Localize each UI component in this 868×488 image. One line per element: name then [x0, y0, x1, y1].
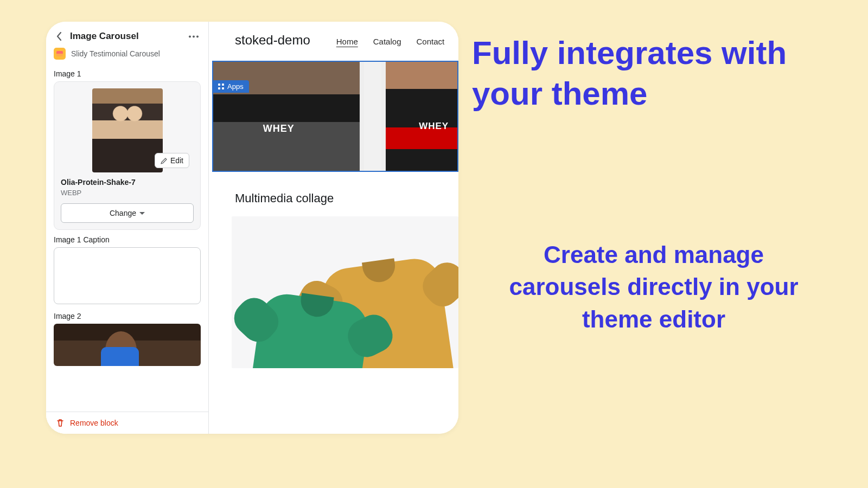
remove-block-button[interactable]: Remove block — [46, 412, 208, 434]
image1-thumbnail[interactable] — [92, 88, 163, 172]
image1-caption-input[interactable] — [54, 247, 201, 304]
carousel-slide[interactable] — [364, 62, 381, 171]
image1-thumb-wrap: Edit — [61, 88, 194, 172]
more-icon[interactable] — [187, 29, 201, 43]
nav-home[interactable]: Home — [336, 37, 358, 46]
image1-filename: Olia-Protein-Shake-7 — [61, 178, 194, 187]
nav-catalog[interactable]: Catalog — [373, 37, 401, 46]
carousel-slide[interactable] — [213, 62, 360, 171]
svg-point-1 — [193, 35, 195, 37]
app-screenshot: Image Carousel Slidy Testimonial Carouse… — [46, 22, 458, 434]
change-label: Change — [110, 209, 136, 217]
sidebar-header: Image Carousel — [46, 22, 208, 48]
image1-label: Image 1 — [54, 69, 201, 78]
image2-thumbnail[interactable] — [54, 324, 201, 366]
collage-title: Multimedia collage — [235, 191, 458, 206]
nav-contact[interactable]: Contact — [416, 37, 444, 46]
sidebar: Image Carousel Slidy Testimonial Carouse… — [46, 22, 209, 434]
svg-point-2 — [196, 35, 199, 37]
image2-label: Image 2 — [54, 312, 201, 320]
remove-label: Remove block — [70, 419, 118, 427]
image1-caption-label: Image 1 Caption — [54, 235, 201, 244]
collage-box — [232, 216, 458, 368]
store-header: stoked-demo Home Catalog Contact — [235, 33, 458, 61]
marketing-headline: Fully integrates with your theme — [472, 33, 841, 114]
pencil-icon — [161, 157, 168, 164]
carousel-slide[interactable] — [386, 62, 457, 171]
store-brand: stoked-demo — [235, 33, 310, 48]
chevron-down-icon — [139, 212, 145, 215]
apps-tag[interactable]: Apps — [212, 80, 249, 93]
app-name: Slidy Testimonial Carousel — [71, 49, 160, 58]
svg-point-0 — [189, 35, 191, 37]
sidebar-title: Image Carousel — [70, 31, 181, 42]
svg-rect-6 — [222, 87, 224, 89]
apps-tag-label: Apps — [227, 82, 244, 91]
preview-inner: stoked-demo Home Catalog Contact Apps Mu… — [209, 22, 458, 434]
edit-label: Edit — [170, 156, 183, 165]
svg-rect-4 — [222, 84, 224, 86]
app-row: Slidy Testimonial Carousel — [46, 48, 208, 64]
preview-pane: stoked-demo Home Catalog Contact Apps Mu… — [209, 22, 458, 434]
carousel-section[interactable] — [212, 61, 458, 172]
sidebar-scroll[interactable]: Image 1 Edit Olia-Protein-Shake-7 WEBP C… — [46, 64, 208, 434]
edit-button[interactable]: Edit — [155, 153, 189, 168]
svg-rect-3 — [218, 84, 220, 86]
image1-card: Edit Olia-Protein-Shake-7 WEBP Change — [54, 81, 201, 230]
back-icon[interactable] — [54, 31, 65, 42]
image1-format: WEBP — [61, 189, 194, 197]
app-icon — [54, 48, 66, 60]
trash-icon — [56, 419, 65, 427]
change-button[interactable]: Change — [61, 203, 194, 223]
svg-rect-5 — [218, 87, 220, 89]
marketing-subtext: Create and manage carousels directly in … — [488, 239, 819, 335]
